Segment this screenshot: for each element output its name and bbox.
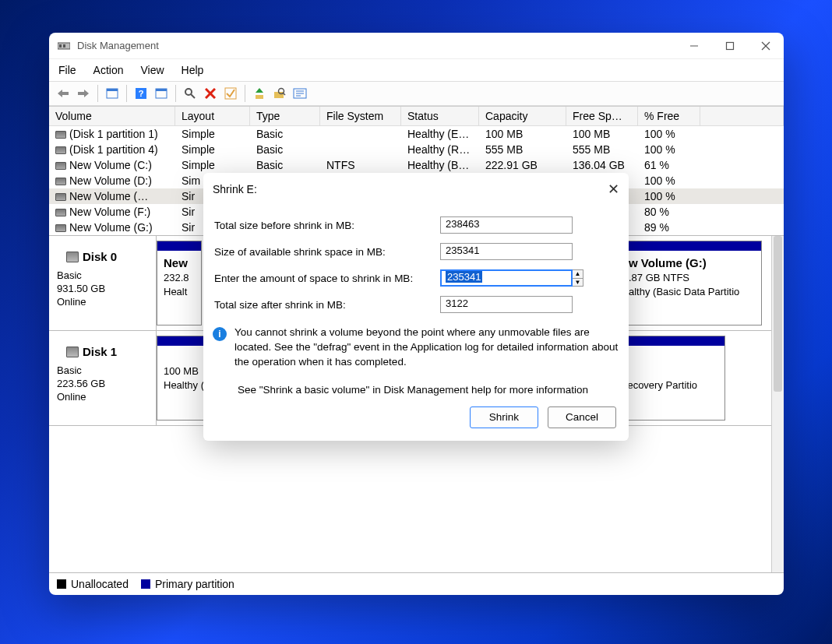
- svg-marker-23: [256, 88, 263, 93]
- find-disk-icon[interactable]: [270, 84, 289, 103]
- drive-icon: [55, 146, 66, 154]
- svg-marker-7: [58, 90, 62, 97]
- shrink-button[interactable]: Shrink: [470, 406, 538, 428]
- svg-rect-10: [78, 92, 84, 95]
- volume-row[interactable]: (Disk 1 partition 1)SimpleBasicHealthy (…: [49, 126, 784, 142]
- svg-rect-8: [62, 92, 69, 95]
- dialog-close-icon[interactable]: ✕: [608, 181, 619, 198]
- drive-icon: [55, 209, 66, 216]
- forward-icon[interactable]: [74, 84, 93, 103]
- col-spacer: [700, 107, 784, 126]
- app-title: Disk Management: [77, 40, 159, 51]
- titlebar: Disk Management: [49, 33, 784, 59]
- svg-rect-1: [59, 44, 62, 48]
- col-type[interactable]: Type: [250, 107, 320, 126]
- close-button[interactable]: [748, 33, 784, 59]
- svg-point-17: [185, 89, 192, 95]
- app-icon: [57, 39, 71, 53]
- disk-icon: [66, 347, 79, 357]
- disk-scrollbar[interactable]: [771, 236, 784, 572]
- search-icon[interactable]: [181, 84, 199, 103]
- menu-help[interactable]: Help: [178, 62, 207, 78]
- disk-header[interactable]: Disk 1Basic223.56 GBOnline: [49, 331, 157, 425]
- help-text: See "Shrink a basic volume" in Disk Mana…: [203, 370, 629, 399]
- properties-icon[interactable]: [291, 84, 309, 103]
- svg-marker-9: [84, 90, 89, 97]
- drive-icon: [55, 162, 66, 170]
- svg-line-18: [191, 94, 195, 98]
- value-total-before: 238463: [440, 216, 573, 234]
- disk-header[interactable]: Disk 0Basic931.50 GBOnline: [49, 236, 157, 330]
- delete-icon[interactable]: [201, 84, 220, 103]
- info-icon: i: [213, 327, 227, 341]
- col-layout[interactable]: Layout: [175, 107, 250, 126]
- legend: Unallocated Primary partition: [49, 572, 784, 595]
- shrink-amount-input[interactable]: 235341: [440, 269, 573, 287]
- svg-rect-2: [63, 44, 65, 48]
- back-icon[interactable]: [54, 84, 72, 103]
- col-status[interactable]: Status: [401, 107, 479, 126]
- volume-row[interactable]: (Disk 1 partition 4)SimpleBasicHealthy (…: [49, 142, 784, 157]
- shrink-dialog: Shrink E: ✕ Total size before shrink in …: [203, 173, 629, 441]
- partition[interactable]: w Volume (G:).87 GB NTFSalthy (Basic Dat…: [622, 241, 762, 326]
- drive-icon: [55, 178, 66, 185]
- upload-icon[interactable]: [250, 84, 269, 103]
- scrollbar-thumb[interactable]: [774, 236, 782, 392]
- shrink-amount-spinner[interactable]: ▲▼: [573, 269, 583, 287]
- grid-header: Volume Layout Type File System Status Ca…: [49, 107, 784, 126]
- console-icon[interactable]: [152, 84, 171, 103]
- legend-unallocated: Unallocated: [57, 578, 129, 590]
- svg-rect-16: [156, 89, 167, 91]
- partition[interactable]: New232.8Healt: [157, 241, 202, 326]
- toolbar: ?: [49, 81, 784, 106]
- help-icon[interactable]: ?: [132, 84, 150, 103]
- label-available: Size of available shrink space in MB:: [214, 246, 440, 258]
- dialog-title: Shrink E:: [213, 183, 257, 195]
- legend-primary: Primary partition: [141, 578, 234, 590]
- svg-rect-4: [727, 42, 734, 49]
- maximize-button[interactable]: [712, 33, 748, 59]
- minimize-button[interactable]: [676, 33, 712, 59]
- col-fs[interactable]: File System: [320, 107, 401, 126]
- volume-row[interactable]: New Volume (C:)SimpleBasicNTFSHealthy (B…: [49, 157, 784, 173]
- label-total-before: Total size before shrink in MB:: [214, 220, 440, 231]
- col-volume[interactable]: Volume: [49, 107, 175, 126]
- menu-bar: File Action View Help: [49, 59, 784, 81]
- drive-icon: [55, 193, 66, 201]
- drive-icon: [55, 131, 66, 139]
- menu-action[interactable]: Action: [90, 62, 127, 78]
- svg-rect-22: [256, 95, 263, 99]
- menu-view[interactable]: View: [137, 62, 167, 78]
- value-available: 235341: [440, 243, 573, 260]
- value-total-after: 3122: [440, 296, 573, 313]
- svg-text:?: ?: [139, 89, 144, 98]
- col-capacity[interactable]: Capacity: [479, 107, 566, 126]
- info-text: You cannot shrink a volume beyond the po…: [234, 326, 619, 370]
- drive-icon: [55, 224, 66, 232]
- col-pct-free[interactable]: % Free: [638, 107, 700, 126]
- svg-rect-12: [107, 89, 118, 91]
- disk-management-window: Disk Management File Action View Help ?: [49, 33, 784, 595]
- label-total-after: Total size after shrink in MB:: [214, 299, 440, 311]
- disk-icon: [66, 252, 79, 262]
- check-icon[interactable]: [221, 84, 240, 103]
- cancel-button[interactable]: Cancel: [548, 406, 616, 428]
- menu-file[interactable]: File: [55, 62, 79, 78]
- show-hide-icon[interactable]: [103, 84, 122, 103]
- label-enter-amount: Enter the amount of space to shrink in M…: [214, 273, 440, 284]
- col-free[interactable]: Free Sp…: [566, 107, 638, 126]
